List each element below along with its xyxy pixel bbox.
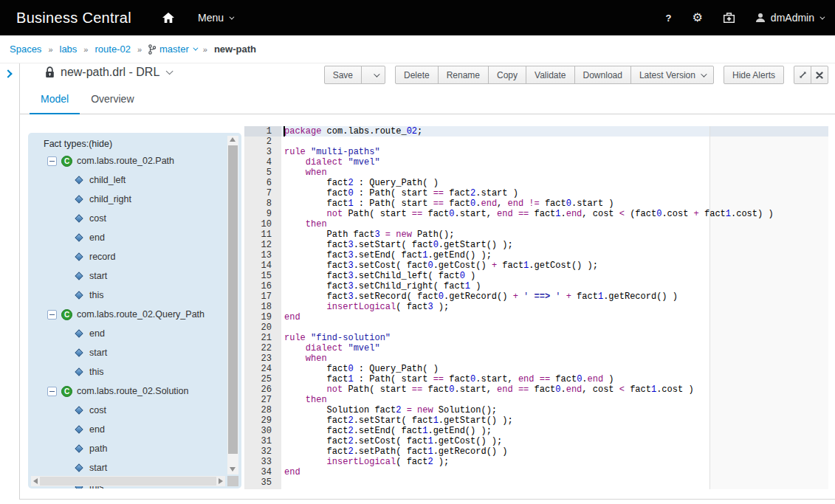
gutter-line-number[interactable]: 34 bbox=[244, 467, 281, 477]
validate-button[interactable]: Validate bbox=[526, 66, 574, 84]
code-line[interactable]: end bbox=[281, 312, 828, 322]
gutter-line-number[interactable]: 29 bbox=[244, 415, 281, 426]
fact-field-node[interactable]: cost bbox=[28, 401, 225, 420]
gutter-line-number[interactable]: 26 bbox=[244, 384, 281, 395]
gutter-line-number[interactable]: 30 bbox=[244, 426, 281, 436]
code-line[interactable]: fact2.setCost( fact1.getCost() ); bbox=[281, 436, 828, 446]
fact-field-node[interactable]: this bbox=[28, 362, 225, 382]
code-line[interactable]: fact2.setEnd( fact1.getEnd() ); bbox=[281, 426, 828, 436]
code-line[interactable] bbox=[281, 477, 828, 488]
gutter-line-number[interactable]: 15 bbox=[244, 271, 281, 281]
home-button[interactable] bbox=[162, 13, 174, 23]
asset-title-dropdown[interactable]: new-path.drl - DRL bbox=[45, 66, 171, 79]
gutter-line-number[interactable]: 10 bbox=[244, 219, 281, 229]
scroll-right-icon[interactable] bbox=[219, 478, 223, 484]
gutter-line-number[interactable]: 14 bbox=[244, 260, 281, 271]
gutter-line-number[interactable]: 1 bbox=[244, 126, 281, 137]
code-line[interactable]: fact3.setEnd( fact1.getEnd() ); bbox=[281, 250, 828, 260]
branch-selector[interactable]: master bbox=[148, 44, 196, 55]
gutter-line-number[interactable]: 23 bbox=[244, 353, 281, 364]
fact-field-node[interactable]: child_left bbox=[28, 170, 225, 190]
gutter-line-number[interactable]: 11 bbox=[244, 229, 281, 240]
code-line[interactable]: when bbox=[281, 353, 828, 364]
fact-class-node[interactable]: Ccom.labs.route_02.Query_Path bbox=[28, 305, 225, 324]
fact-field-node[interactable]: end bbox=[28, 228, 225, 247]
breadcrumb-labs[interactable]: labs bbox=[60, 44, 78, 55]
collapse-minus-icon[interactable] bbox=[47, 156, 57, 166]
gutter-line-number[interactable]: 12 bbox=[244, 240, 281, 250]
gutter-line-number[interactable]: 4 bbox=[244, 157, 281, 168]
code-line[interactable]: when bbox=[281, 168, 828, 178]
fullscreen-button[interactable] bbox=[794, 66, 811, 84]
gutter-line-number[interactable]: 3 bbox=[244, 147, 281, 157]
fact-field-node[interactable]: start bbox=[28, 343, 225, 362]
gutter-line-number[interactable]: 35 bbox=[244, 477, 281, 488]
gutter-line-number[interactable]: 2 bbox=[244, 137, 281, 147]
save-button[interactable]: Save bbox=[324, 66, 362, 84]
gutter-line-number[interactable]: 5 bbox=[244, 168, 281, 178]
code-line[interactable]: Solution fact2 = new Solution(); bbox=[281, 405, 828, 415]
code-line[interactable]: fact0 : Query_Path( ) bbox=[281, 364, 828, 374]
fact-class-node[interactable]: Ccom.labs.route_02.Solution bbox=[28, 382, 225, 401]
fact-field-node[interactable]: start bbox=[28, 266, 225, 286]
rename-button[interactable]: Rename bbox=[438, 66, 489, 84]
fact-field-node[interactable]: start bbox=[28, 458, 225, 477]
code-line[interactable]: dialect "mvel" bbox=[281, 343, 828, 353]
code-line[interactable]: fact2 : Query_Path( ) bbox=[281, 178, 828, 188]
code-line[interactable]: dialect "mvel" bbox=[281, 157, 828, 168]
code-line[interactable]: fact3.setStart( fact0.getStart() ); bbox=[281, 240, 828, 250]
version-dropdown[interactable]: Latest Version bbox=[630, 66, 714, 84]
settings-button[interactable]: ⚙ bbox=[682, 12, 713, 24]
code-line[interactable]: then bbox=[281, 219, 828, 229]
gutter-line-number[interactable]: 16 bbox=[244, 281, 281, 291]
tab-overview[interactable]: Overview bbox=[80, 86, 145, 114]
hide-alerts-button[interactable]: Hide Alerts bbox=[724, 66, 784, 84]
fact-class-node[interactable]: Ccom.labs.route_02.Path bbox=[28, 151, 225, 170]
gutter-line-number[interactable]: 9 bbox=[244, 209, 281, 219]
copy-button[interactable]: Copy bbox=[488, 66, 526, 84]
tab-model[interactable]: Model bbox=[30, 86, 80, 114]
fact-types-header[interactable]: Fact types:(hide) bbox=[44, 139, 112, 149]
collapse-minus-icon[interactable] bbox=[47, 387, 57, 396]
fact-field-node[interactable]: child_right bbox=[28, 190, 225, 209]
gutter-line-number[interactable]: 28 bbox=[244, 405, 281, 415]
gutter-line-number[interactable]: 20 bbox=[244, 322, 281, 333]
fact-field-node[interactable]: end bbox=[28, 324, 225, 343]
code-line[interactable]: not Path( start == fact0.start, end == f… bbox=[281, 384, 828, 395]
gutter-line-number[interactable]: 32 bbox=[244, 446, 281, 457]
breadcrumb-spaces[interactable]: Spaces bbox=[10, 44, 41, 55]
code-line[interactable]: end bbox=[281, 467, 828, 477]
gutter-line-number[interactable]: 21 bbox=[244, 333, 281, 343]
gutter-line-number[interactable]: 17 bbox=[244, 291, 281, 302]
menu-dropdown[interactable]: Menu bbox=[198, 12, 233, 24]
code-line[interactable]: rule "multi-paths" bbox=[281, 147, 828, 157]
code-line[interactable]: fact1 : Path( start == fact0.start, end … bbox=[281, 374, 828, 384]
gutter-line-number[interactable]: 7 bbox=[244, 188, 281, 199]
code-line[interactable]: package com.labs.route_02; bbox=[281, 126, 828, 137]
gutter-line-number[interactable]: 8 bbox=[244, 199, 281, 209]
code-line[interactable]: fact1 : Path( start == fact0.end, end !=… bbox=[281, 199, 828, 209]
gutter-line-number[interactable]: 19 bbox=[244, 312, 281, 322]
scroll-left-icon[interactable] bbox=[33, 478, 38, 484]
code-line[interactable]: rule "find-solution" bbox=[281, 333, 828, 343]
code-line[interactable]: insertLogical( fact2 ); bbox=[281, 457, 828, 467]
fact-field-node[interactable]: this bbox=[28, 286, 225, 305]
horizontal-scrollbar[interactable] bbox=[31, 476, 225, 486]
user-menu[interactable]: dmAdmin bbox=[755, 12, 823, 24]
code-line[interactable]: fact2.setPath( fact1.getRecord() ) bbox=[281, 446, 828, 457]
gutter-line-number[interactable]: 31 bbox=[244, 436, 281, 446]
scroll-up-icon[interactable] bbox=[230, 137, 236, 142]
vertical-scrollbar[interactable] bbox=[227, 136, 238, 474]
drl-source-editor[interactable]: 1234567891011121314151617181920212223242… bbox=[244, 126, 828, 489]
delete-button[interactable]: Delete bbox=[395, 66, 439, 84]
close-button[interactable] bbox=[811, 66, 828, 84]
code-line[interactable]: insertLogical( fact3 ); bbox=[281, 302, 828, 312]
collapse-minus-icon[interactable] bbox=[47, 310, 57, 320]
code-line[interactable] bbox=[281, 322, 828, 333]
fact-field-node[interactable]: end bbox=[28, 420, 225, 439]
code-line[interactable]: fact3.setChild_left( fact0 ) bbox=[281, 271, 828, 281]
fact-field-node[interactable]: record bbox=[28, 247, 225, 266]
gutter-line-number[interactable]: 25 bbox=[244, 374, 281, 384]
code-line[interactable]: fact3.setCost( fact0.getCost() + fact1.g… bbox=[281, 260, 828, 271]
gutter-line-number[interactable]: 6 bbox=[244, 178, 281, 188]
